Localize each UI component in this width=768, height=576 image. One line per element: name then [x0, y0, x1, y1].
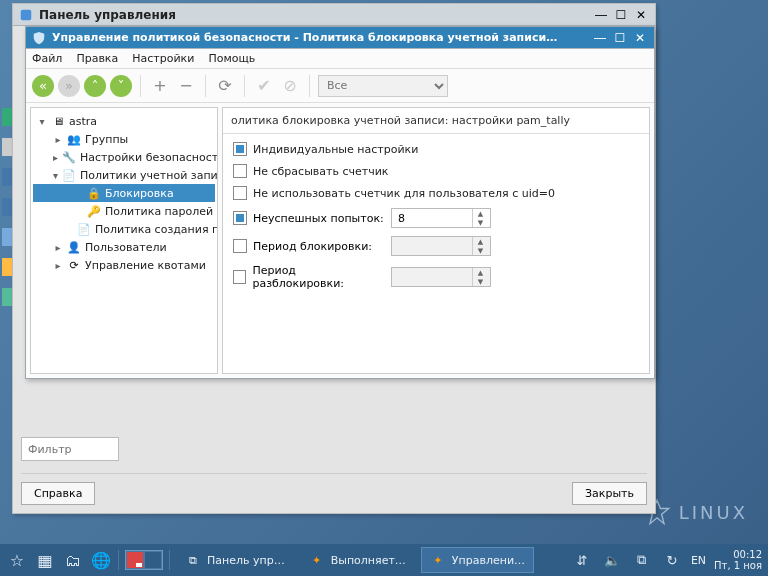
- tree-account-policies[interactable]: ▾📄Политики учетной записи: [33, 166, 215, 184]
- clock[interactable]: 00:12 Пт, 1 ноя: [714, 549, 762, 571]
- minimize-button[interactable]: ―: [592, 30, 608, 46]
- refresh-button[interactable]: ⟳: [214, 75, 236, 97]
- toolbar-separator: [140, 75, 141, 97]
- security-policy-window: Управление политикой безопасности - Поли…: [25, 26, 655, 379]
- no-reset-row[interactable]: Не сбрасывать счетчик: [233, 164, 639, 178]
- spin-up-icon[interactable]: ▲: [473, 209, 488, 218]
- lock-period-row: Период блокировки: ▲▼: [233, 236, 639, 256]
- tray-network-icon[interactable]: ⧉: [631, 549, 653, 571]
- help-button[interactable]: Справка: [21, 482, 95, 505]
- policy-form: олитика блокировка учетной записи: настр…: [222, 107, 650, 374]
- cancel-button: ⊘: [279, 75, 301, 97]
- spin-down-icon[interactable]: ▼: [473, 218, 488, 227]
- policy-titlebar[interactable]: Управление политикой безопасности - Поли…: [26, 27, 654, 49]
- form-header: олитика блокировка учетной записи: настр…: [223, 108, 649, 134]
- distro-logo-text: LINUX: [679, 502, 748, 523]
- tray-updates-icon[interactable]: ↻: [661, 549, 683, 571]
- checkbox-checked-icon[interactable]: [233, 211, 247, 225]
- lock-period-spinbox: ▲▼: [391, 236, 491, 256]
- filter-combo[interactable]: Все: [318, 75, 448, 97]
- maximize-button[interactable]: ☐: [612, 30, 628, 46]
- menu-settings[interactable]: Настройки: [132, 52, 194, 65]
- add-button[interactable]: +: [149, 75, 171, 97]
- clock-time: 00:12: [714, 549, 762, 560]
- spin-up-icon: ▲: [473, 237, 488, 246]
- checkbox-icon[interactable]: [233, 164, 247, 178]
- star-icon: ✦: [309, 552, 325, 568]
- checkbox-icon[interactable]: [233, 270, 246, 284]
- no-uid0-row[interactable]: Не использовать счетчик для пользователя…: [233, 186, 639, 200]
- file-manager-icon[interactable]: 🗂: [62, 549, 84, 571]
- taskbar-separator: [169, 550, 170, 570]
- quota-icon: ⟳: [67, 258, 81, 272]
- tree-root[interactable]: ▾🖥astra: [33, 112, 215, 130]
- spin-down-icon: ▼: [473, 277, 488, 286]
- fail-attempts-row: Неуспешных попыток: ▲▼: [233, 208, 639, 228]
- individual-settings-row[interactable]: Индивидуальные настройки: [233, 142, 639, 156]
- keyboard-layout[interactable]: EN: [691, 554, 706, 567]
- lock-period-input: [392, 240, 472, 253]
- toolbar: « » ˄ ˅ + − ⟳ ✔ ⊘ Все: [26, 69, 654, 103]
- nav-back-button[interactable]: «: [32, 75, 54, 97]
- policy-title: Управление политикой безопасности - Поли…: [52, 31, 588, 44]
- tree-quotas[interactable]: ▸⟳Управление квотами: [33, 256, 215, 274]
- task-control-panel[interactable]: ⧉Панель упр…: [176, 547, 294, 573]
- browser-icon[interactable]: 🌐: [90, 549, 112, 571]
- clock-date: Пт, 1 ноя: [714, 560, 762, 571]
- workspace-pager[interactable]: [125, 550, 163, 570]
- task-running[interactable]: ✦Выполняет…: [300, 547, 415, 573]
- taskbar: ☆ ▦ 🗂 🌐 ⧉Панель упр… ✦Выполняет… ✦Управл…: [0, 544, 768, 576]
- toolbar-separator: [309, 75, 310, 97]
- user-icon: 👤: [67, 240, 81, 254]
- svg-rect-1: [21, 9, 32, 20]
- menu-file[interactable]: Файл: [32, 52, 62, 65]
- menu-bar: Файл Правка Настройки Помощь: [26, 49, 654, 69]
- control-panel-footer: Справка Закрыть: [21, 437, 647, 505]
- unlock-period-row: Период разблокировки: ▲▼: [233, 264, 639, 290]
- doc-icon: 📄: [77, 222, 91, 236]
- taskbar-separator: [118, 550, 119, 570]
- nav-down-button[interactable]: ˅: [110, 75, 132, 97]
- spin-down-icon: ▼: [473, 246, 488, 255]
- tree-security-settings[interactable]: ▸🔧Настройки безопасности: [33, 148, 215, 166]
- computer-icon: 🖥: [51, 114, 65, 128]
- close-panel-button[interactable]: Закрыть: [572, 482, 647, 505]
- maximize-button[interactable]: ☐: [613, 7, 629, 23]
- task-security-policy[interactable]: ✦Управлени…: [421, 547, 534, 573]
- minimize-button[interactable]: ―: [593, 7, 609, 23]
- system-tray: ⇵ 🔈 ⧉ ↻ EN 00:12 Пт, 1 ноя: [571, 549, 762, 571]
- policy-icon: 📄: [62, 168, 76, 182]
- tray-volume-icon[interactable]: 🔈: [601, 549, 623, 571]
- control-panel-title: Панель управления: [39, 8, 589, 22]
- menu-help[interactable]: Помощь: [208, 52, 255, 65]
- nav-tree[interactable]: ▾🖥astra ▸👥Группы ▸🔧Настройки безопасност…: [30, 107, 218, 374]
- apply-button: ✔: [253, 75, 275, 97]
- spin-up-icon: ▲: [473, 268, 488, 277]
- control-panel-titlebar[interactable]: Панель управления ― ☐ ✕: [13, 4, 655, 26]
- close-button[interactable]: ✕: [633, 7, 649, 23]
- group-icon: 👥: [67, 132, 81, 146]
- start-menu-icon[interactable]: ☆: [6, 549, 28, 571]
- toolbar-separator: [205, 75, 206, 97]
- close-button[interactable]: ✕: [632, 30, 648, 46]
- toolbar-separator: [244, 75, 245, 97]
- fail-attempts-spinbox[interactable]: ▲▼: [391, 208, 491, 228]
- tray-usb-icon[interactable]: ⇵: [571, 549, 593, 571]
- checkbox-icon[interactable]: [233, 239, 247, 253]
- checkbox-icon[interactable]: [233, 186, 247, 200]
- tree-users[interactable]: ▸👤Пользователи: [33, 238, 215, 256]
- tree-lockout-policy[interactable]: 🔒Блокировка: [33, 184, 215, 202]
- fail-attempts-input[interactable]: [392, 212, 472, 225]
- checkbox-checked-icon[interactable]: [233, 142, 247, 156]
- tree-password-policy[interactable]: 🔑Политика паролей: [33, 202, 215, 220]
- tree-creation-policy[interactable]: 📄Политика создания пол…: [33, 220, 215, 238]
- tree-groups[interactable]: ▸👥Группы: [33, 130, 215, 148]
- show-desktop-icon[interactable]: ▦: [34, 549, 56, 571]
- nav-up-button[interactable]: ˄: [84, 75, 106, 97]
- filter-input[interactable]: [21, 437, 119, 461]
- nav-forward-button: »: [58, 75, 80, 97]
- menu-edit[interactable]: Правка: [76, 52, 118, 65]
- remove-button[interactable]: −: [175, 75, 197, 97]
- app-icon: ⧉: [185, 552, 201, 568]
- key-icon: 🔑: [87, 204, 101, 218]
